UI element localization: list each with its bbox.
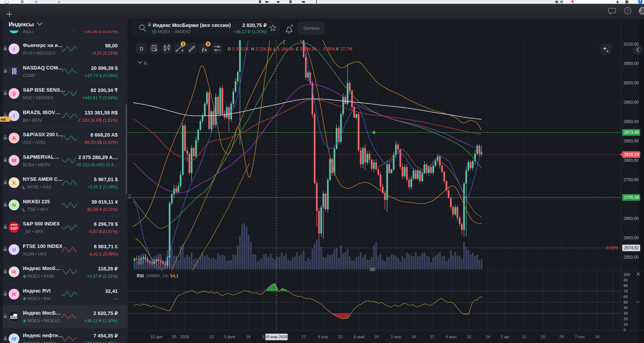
svg-text:NIKKEI 225: NIKKEI 225 <box>23 199 50 204</box>
svg-text:Индекс МосБ…: Индекс МосБ… <box>23 310 61 316</box>
svg-text:C: C <box>296 47 299 52</box>
svg-text:2650,00: 2650,00 <box>624 216 639 221</box>
svg-text:CCMP: CCMP <box>23 73 35 78</box>
svg-text:3 208,04: 3 208,04 <box>232 47 249 52</box>
svg-text:30: 30 <box>624 311 628 315</box>
svg-text:2: 2 <box>182 42 184 46</box>
svg-text:↓: ↓ <box>319 47 321 52</box>
svg-text:9: 9 <box>207 42 209 46</box>
svg-text:MOEX • IMOEX2: MOEX • IMOEX2 <box>27 318 60 323</box>
svg-text:BCBA • MERV: BCBA • MERV <box>23 163 51 167</box>
svg-text:Индекс МосБиржи (все сессии): Индекс МосБиржи (все сессии) <box>153 22 231 28</box>
svg-text:-2 183,16 R$ (1,61%): -2 183,16 R$ (1,61%) <box>77 118 118 123</box>
svg-text:24: 24 <box>486 335 490 339</box>
svg-text:39 819,11 ¥: 39 819,11 ¥ <box>91 199 118 205</box>
svg-text:2 820,75 ₽: 2 820,75 ₽ <box>93 310 118 316</box>
svg-text:60: 60 <box>624 295 628 299</box>
svg-text:6 май: 6 май <box>354 335 364 339</box>
svg-text:Индекс нефти…: Индекс нефти… <box>23 333 63 338</box>
svg-text:MOEX • RVI: MOEX • RVI <box>27 296 51 301</box>
svg-text:RSI: RSI <box>137 274 144 278</box>
svg-text:+10,74 $ (0,05%): +10,74 $ (0,05%) <box>85 73 118 78</box>
svg-text:O: O <box>227 47 231 52</box>
svg-text:+107,97 ₽ (1,47%): +107,97 ₽ (1,47%) <box>82 341 118 343</box>
svg-text:Заявка: Заявка <box>303 25 320 31</box>
svg-text:23: 23 <box>209 335 214 339</box>
svg-text:D: D <box>140 46 143 52</box>
svg-text:M: M <box>12 336 16 342</box>
svg-text:3100,00: 3100,00 <box>624 42 639 47</box>
svg-text:?: ? <box>627 9 629 13</box>
svg-text:8 983,71 £: 8 983,71 £ <box>94 244 118 249</box>
svg-text:2800,00: 2800,00 <box>624 158 639 163</box>
svg-text:MOEX • MOEX…: MOEX • MOEX… <box>27 341 61 343</box>
svg-text:N: N <box>12 202 16 208</box>
svg-text:MOEX: MOEX <box>11 316 17 318</box>
svg-text:R: R <box>12 291 16 297</box>
svg-text:15: 15 <box>467 335 472 339</box>
svg-text:6 296,79 $: 6 296,79 $ <box>94 221 118 227</box>
svg-text:ew: ew <box>1 117 6 121</box>
svg-text:90: 90 <box>624 278 628 282</box>
svg-text:+442,61 ₹ (0,54%): +442,61 ₹ (0,54%) <box>82 95 118 100</box>
svg-text:3 226,58: 3 226,58 <box>256 47 272 52</box>
svg-text:MSE • SENSEX: MSE • SENSEX <box>23 95 53 100</box>
svg-text:3: 3 <box>262 335 264 339</box>
svg-text:L: L <box>274 47 276 52</box>
svg-text:16: 16 <box>412 335 416 339</box>
svg-text:X: X <box>12 180 16 186</box>
svg-text:U: U <box>12 247 16 252</box>
svg-text:(SMMA, 14): (SMMA, 14) <box>146 274 168 278</box>
svg-text:_SP • SPX: _SP • SPX <box>23 229 43 234</box>
svg-text:2 820,75 ₽: 2 820,75 ₽ <box>242 22 267 28</box>
svg-text:A: A <box>12 135 16 141</box>
svg-text:20: 20 <box>541 335 545 339</box>
svg-text:-0,57 $ (0,01%): -0,57 $ (0,01%) <box>88 229 118 234</box>
svg-text:25: 25 <box>172 335 177 339</box>
svg-text:-89,00 A$ (1,02%): -89,00 A$ (1,02%) <box>83 140 118 145</box>
svg-text:Фьючерс на и…: Фьючерс на и… <box>23 43 63 48</box>
svg-text:IFUS • INDUSDX: IFUS • INDUSDX <box>23 51 56 56</box>
svg-text:ASX • AS51: ASX • AS51 <box>23 140 45 145</box>
svg-text:+9 152,00 ARS (0,4…: +9 152,00 ARS (0,4… <box>76 163 118 167</box>
svg-text:+36,12 ₽ (1,30%): +36,12 ₽ (1,30%) <box>233 29 267 34</box>
svg-text:16: 16 <box>595 335 600 339</box>
svg-text:MOEX: MOEX <box>158 29 170 34</box>
svg-text:118,29 ₽: 118,29 ₽ <box>98 266 118 271</box>
svg-text:133 381,58 R$: 133 381,58 R$ <box>84 110 118 115</box>
svg-text:20 896,39 $: 20 896,39 $ <box>91 65 118 71</box>
svg-text:IMOEX2: IMOEX2 <box>175 29 191 34</box>
svg-text:7 454,35 ₽: 7 454,35 ₽ <box>93 333 118 339</box>
svg-text:2 075 286,29 A…: 2 075 286,29 A… <box>78 155 118 160</box>
svg-text:S&P/ASX 200 I…: S&P/ASX 200 I… <box>23 132 63 137</box>
svg-text:22: 22 <box>338 335 343 339</box>
svg-text:S&P 500 INDEX: S&P 500 INDEX <box>23 221 60 226</box>
svg-text:+0,37 ₽ (0,31%): +0,37 ₽ (0,31%) <box>87 274 118 279</box>
svg-text:NASDAQ COM…: NASDAQ COM… <box>23 65 63 71</box>
svg-text:-82,08 ¥ (0,21%): -82,08 ¥ (0,21%) <box>86 207 118 212</box>
svg-text:80: 80 <box>624 284 628 288</box>
svg-text:6: 6 <box>144 61 146 66</box>
svg-text:50: 50 <box>624 300 628 304</box>
svg-text:MOEX • RGBI: MOEX • RGBI <box>27 274 54 279</box>
svg-text:I: I <box>13 46 15 52</box>
svg-text:V: V <box>336 47 339 52</box>
svg-text:27,7M: 27,7M <box>340 47 352 52</box>
svg-text:R: R <box>12 269 16 275</box>
svg-text:70: 70 <box>624 289 628 293</box>
svg-text:—: — <box>114 296 118 301</box>
svg-text:Индекс RVI: Индекс RVI <box>23 288 51 294</box>
svg-text:5 967,01 $: 5 967,01 $ <box>94 177 118 182</box>
svg-text:H: H <box>251 47 254 52</box>
svg-text:27: 27 <box>302 335 306 339</box>
svg-text:6 июл: 6 июл <box>446 335 456 339</box>
svg-text:Индексы: Индексы <box>9 21 34 27</box>
svg-text:3 196,96: 3 196,96 <box>300 47 316 52</box>
svg-text:11: 11 <box>522 335 526 339</box>
svg-text:I: I <box>13 113 15 119</box>
svg-text:XLDN • UKX: XLDN • UKX <box>23 252 47 257</box>
svg-text:20: 20 <box>375 335 379 339</box>
svg-text:7 сен: 7 сен <box>575 335 584 339</box>
svg-text:3050,00: 3050,00 <box>624 61 639 66</box>
svg-text:M: M <box>12 157 16 163</box>
